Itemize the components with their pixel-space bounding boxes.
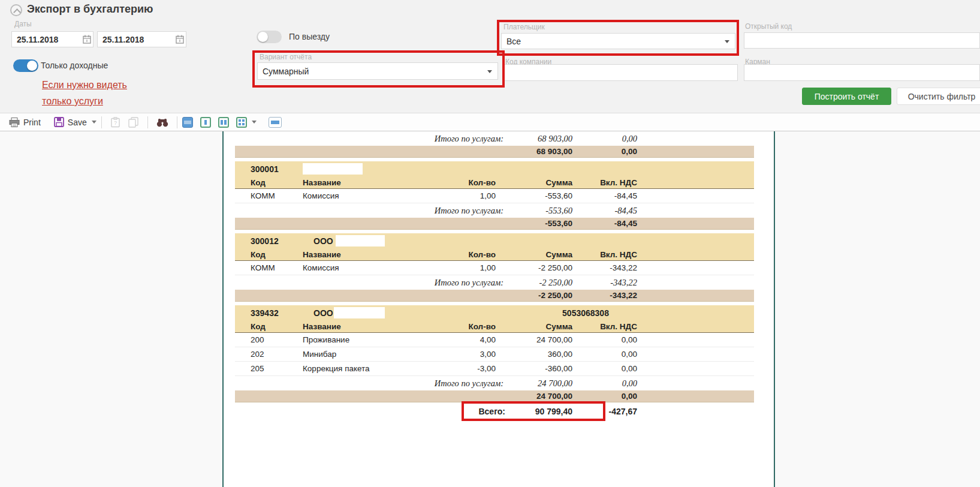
grand-total-sum: 90 799,40 (496, 407, 572, 416)
service-row: КОММ Комиссия 1,00 -553,60 -84,45 (235, 189, 754, 203)
subtotal-band-row: 24 700,00 0,00 (235, 390, 754, 402)
section-code: 339432 (251, 308, 279, 318)
subtotal-label: Итого по услугам: (251, 206, 503, 216)
band-vat: 0,00 (572, 392, 637, 401)
svc-qty: 4,00 (424, 335, 496, 344)
svc-name: Комиссия (303, 263, 424, 272)
report-toolbar: Print Save ? (0, 113, 980, 131)
note-annotation: Если нужно видеть только услуги (42, 77, 127, 109)
clear-filter-button[interactable]: Очистить фильтр (897, 88, 980, 105)
report-variant-value: Суммарный (263, 67, 309, 76)
view-fit-width-icon[interactable] (269, 117, 282, 128)
col-code: Код (251, 178, 303, 187)
toolbar-separator (147, 116, 148, 128)
subtotal-band-row: -2 250,00 -343,22 (235, 290, 754, 302)
subtotal-sum: 24 700,00 (496, 378, 572, 389)
report-viewport: Итого по услугам: 68 903,00 0,00 68 903,… (0, 131, 980, 487)
page-glyph (221, 120, 223, 125)
band-sum: -553,60 (496, 219, 572, 228)
payer-select[interactable]: Все (501, 33, 735, 49)
page-glyph (239, 119, 241, 122)
svc-code: 200 (251, 335, 303, 344)
svc-sum: -2 250,00 (496, 263, 572, 272)
toggle-knob (258, 32, 268, 42)
subtotal-row: Итого по услугам: 68 903,00 0,00 (235, 131, 754, 146)
col-qty: Кол-во (424, 322, 496, 331)
subtotal-vat: -343,22 (572, 278, 637, 288)
only-income-toggle[interactable] (13, 59, 38, 72)
service-row: 205 Коррекция пакета -3,00 -360,00 0,00 (235, 362, 754, 376)
page-glyph (239, 123, 241, 125)
save-button[interactable]: Save (54, 117, 87, 127)
by-departure-toggle[interactable] (257, 31, 282, 43)
svc-sum: -553,60 (496, 191, 572, 200)
view-continuous-icon[interactable] (182, 117, 193, 128)
pocket-input[interactable] (744, 64, 980, 81)
company-code-input[interactable] (504, 64, 738, 81)
note-line-1: Если нужно видеть (42, 77, 127, 93)
find-binoculars-icon[interactable] (156, 118, 168, 127)
column-header-row: Код Название Кол-во Сумма Вкл. НДС (235, 177, 754, 189)
view-options-chevron-icon[interactable] (252, 121, 257, 124)
subtotal-row: Итого по услугам: -2 250,00 -343,22 (235, 275, 754, 290)
section-title-row: 300012 ООО " (235, 233, 754, 249)
payer-label: Плательщик (503, 23, 545, 31)
subtotal-label: Итого по услугам: (251, 378, 503, 389)
col-name: Название (303, 322, 424, 331)
save-options-chevron-icon[interactable] (92, 121, 97, 124)
band-vat: 0,00 (572, 147, 637, 156)
chevron-down-icon (725, 40, 729, 43)
save-label: Save (68, 118, 87, 127)
svc-vat: 0,00 (572, 335, 637, 344)
date-to-input[interactable] (97, 31, 186, 47)
subtotal-row: Итого по услугам: 24 700,00 0,00 (235, 376, 754, 390)
svc-sum: -360,00 (496, 364, 572, 373)
collapse-panel-icon[interactable] (10, 4, 22, 16)
filter-panel: Экспорт в бухгалтерию Даты Только доходн… (0, 0, 980, 113)
section-title-row: 300001 (235, 161, 754, 177)
page-border-left (222, 131, 224, 487)
section-inn: 5053068308 (535, 308, 637, 318)
band-vat: -343,22 (572, 291, 637, 300)
svc-name: Комиссия (303, 191, 424, 200)
toolbar-separator (177, 116, 177, 128)
section-header: 339432 ООО " 5053068308 Код Название Кол… (235, 305, 754, 333)
export-accounting-screen: { "colors":{"annotation_red":"#da1a1a","… (0, 0, 980, 487)
svc-code: 202 (251, 350, 303, 359)
dates-label: Даты (14, 20, 32, 28)
subtotal-row: Итого по услугам: -553,60 -84,45 (235, 203, 754, 218)
report-variant-select[interactable]: Суммарный (257, 62, 498, 80)
svc-qty: 1,00 (424, 191, 496, 200)
build-report-button[interactable]: Построить отчёт (802, 88, 891, 105)
svg-text:?: ? (114, 120, 117, 126)
svc-qty: 3,00 (424, 350, 496, 359)
col-qty: Кол-во (424, 250, 496, 259)
band-sum: -2 250,00 (496, 291, 572, 300)
svc-vat: 0,00 (572, 364, 637, 373)
view-grid-pages-icon[interactable] (236, 117, 247, 128)
svc-sum: 24 700,00 (496, 335, 572, 344)
date-from-input[interactable] (11, 31, 94, 47)
open-code-label: Открытый код (745, 22, 792, 31)
col-qty: Кол-во (424, 178, 496, 187)
paste-icon-disabled: ? (110, 117, 120, 128)
view-single-page-icon[interactable] (200, 117, 211, 128)
print-button[interactable]: Print (9, 118, 41, 127)
svc-sum: 360,00 (496, 350, 572, 359)
service-row: 200 Проживание 4,00 24 700,00 0,00 (235, 333, 754, 347)
svc-name: Минибар (303, 350, 424, 359)
open-code-input[interactable] (744, 32, 980, 49)
section-title-row: 339432 ООО " 5053068308 (235, 305, 754, 321)
copy-pages-icon-disabled (128, 117, 139, 128)
column-header-row: Код Название Кол-во Сумма Вкл. НДС (235, 321, 754, 333)
redaction-box (334, 307, 385, 318)
redaction-box (336, 235, 385, 246)
print-label: Print (23, 118, 41, 127)
section-header: 300012 ООО " Код Название Кол-во Сумма В… (235, 233, 754, 261)
svc-name: Проживание (303, 335, 424, 344)
view-two-pages-icon[interactable] (218, 117, 229, 128)
svc-qty: -3,00 (424, 364, 496, 373)
svc-code: КОММ (251, 263, 303, 272)
grand-total-label: Всего: (251, 407, 505, 416)
only-income-label: Только доходные (41, 61, 108, 70)
